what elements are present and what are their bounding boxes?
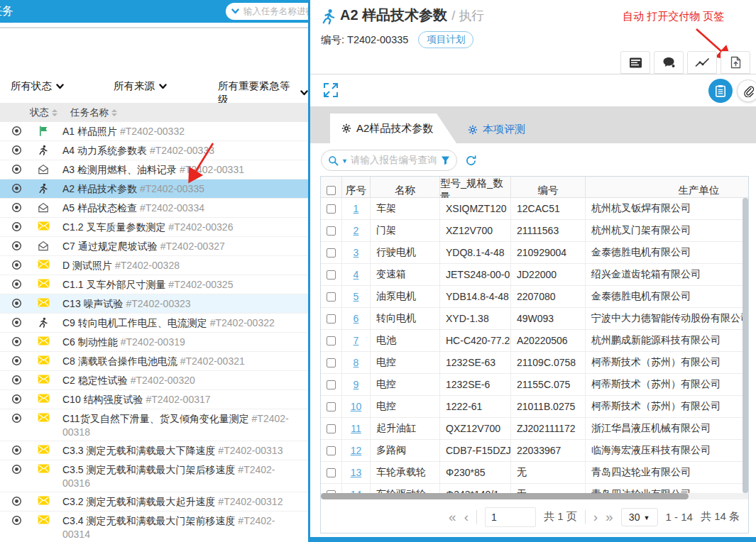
page-size-select[interactable]: 30▼: [621, 508, 658, 526]
file-upload-button[interactable]: [721, 51, 750, 74]
serial-cell: 无: [511, 484, 586, 493]
serial-cell: 22033967: [511, 440, 586, 461]
task-row[interactable]: C3.4 测定无载和满载最大门架前移速度 #T2402-00314: [0, 511, 308, 542]
task-name: D 测试照片: [62, 260, 112, 271]
horizontal-scrollbar[interactable]: [321, 493, 748, 499]
task-row[interactable]: A4 动力系统参数表 #T2402-00333: [0, 141, 308, 160]
report-search-input[interactable]: ▼ 请输入报告编号查询: [321, 150, 457, 171]
sort-icon[interactable]: [111, 109, 117, 116]
task-row[interactable]: C9 转向电机工作电压、电流测定 #T2402-00322: [0, 314, 308, 333]
row-number-link[interactable]: 5: [354, 291, 359, 302]
task-row[interactable]: C13 噪声试验 #T2402-00323: [0, 294, 308, 314]
filter-source-dropdown[interactable]: 所有来源: [114, 79, 167, 93]
task-row[interactable]: C1.2 叉车质量参数测定 #T2402-00326: [0, 218, 308, 237]
row-number-link[interactable]: 10: [351, 401, 362, 412]
select-all-checkbox[interactable]: [327, 186, 336, 195]
row-number-link[interactable]: 9: [354, 379, 359, 390]
task-row[interactable]: C8 满载联合操作电池电流 #T2402-00321: [0, 352, 308, 371]
row-checkbox[interactable]: [327, 248, 336, 258]
task-row[interactable]: A5 样品状态检查 #T2402-00334: [0, 199, 308, 218]
row-checkbox[interactable]: [327, 204, 336, 214]
task-name: A4 动力系统参数表: [62, 145, 147, 156]
task-row[interactable]: C11货叉自然下滑量、货叉倾角变化量测定 #T2402-00318: [0, 409, 308, 441]
task-row[interactable]: C3.3 测定无载和满载最大下降速度 #T2402-00313: [0, 441, 308, 460]
row-checkbox[interactable]: [327, 270, 336, 280]
record-status-icon: [11, 496, 22, 507]
row-checkbox[interactable]: [327, 424, 336, 433]
row-number-link[interactable]: 2: [354, 225, 359, 236]
sort-icon[interactable]: [52, 109, 57, 116]
task-row[interactable]: C1.1 叉车外部尺寸测量 #T2402-00325: [0, 275, 308, 294]
task-row[interactable]: A3 检测用燃料、油料记录 #T2402-00331: [0, 160, 308, 179]
tab-evaluation[interactable]: 本项评测: [468, 123, 525, 136]
row-number-link[interactable]: 6: [354, 313, 359, 324]
task-row[interactable]: C10 结构强度试验 #T2402-00317: [0, 390, 308, 409]
task-code: #T2402-00323: [124, 298, 191, 309]
filter-status-label: 所有状态: [11, 79, 52, 93]
comment-button[interactable]: [654, 51, 684, 74]
deliverable-clipboard-button[interactable]: [708, 79, 733, 103]
row-number-link[interactable]: 11: [351, 423, 361, 434]
search-icon: [328, 155, 339, 166]
row-number-link[interactable]: 7: [354, 335, 359, 346]
row-checkbox[interactable]: [327, 380, 336, 389]
page-number-input[interactable]: 1: [485, 507, 536, 527]
chevron-down-icon: [159, 84, 167, 89]
next-page-button[interactable]: ›: [593, 510, 598, 524]
task-row[interactable]: A2 样品技术参数 #T2402-00335: [0, 179, 308, 199]
serial-cell: 21111563: [511, 220, 586, 241]
column-task-name[interactable]: 任务名称: [70, 106, 117, 119]
row-checkbox[interactable]: [327, 314, 336, 323]
task-search-input[interactable]: 输入任务名称进行搜索: [226, 3, 308, 20]
row-number-link[interactable]: 3: [354, 247, 359, 258]
task-row[interactable]: C3.5 测定无载和满载最大门架后移速度 #T2402-00316: [0, 460, 308, 492]
vertical-scrollbar[interactable]: [743, 198, 748, 493]
divider: [476, 510, 477, 524]
row-number-link[interactable]: 8: [354, 357, 359, 368]
row-checkbox[interactable]: [327, 336, 336, 345]
filter-funnel-icon[interactable]: [441, 155, 450, 165]
refresh-icon[interactable]: [465, 155, 477, 167]
row-number-link[interactable]: 1: [354, 203, 359, 214]
task-label: C9 转向电机工作电压、电流测定 #T2402-00322: [62, 316, 297, 330]
row-number-link[interactable]: 4: [354, 269, 359, 280]
task-row[interactable]: C7 通过规定爬坡试验 #T2402-00327: [0, 237, 308, 256]
manufacturer-cell: 杭州杭叉门架有限公司: [586, 220, 748, 241]
row-checkbox[interactable]: [327, 226, 336, 236]
row-checkbox[interactable]: [327, 402, 336, 411]
row-number-link[interactable]: 13: [351, 467, 362, 478]
task-name: C3.4 测定无载和满载最大门架前移速度: [62, 515, 235, 526]
filter-status-dropdown[interactable]: 所有状态: [11, 79, 64, 93]
row-checkbox[interactable]: [327, 358, 336, 367]
record-status-icon: [11, 279, 22, 289]
task-row[interactable]: C3.2 测定无载和满载最大起升速度 #T2402-00312: [0, 492, 308, 511]
form-button[interactable]: [620, 51, 650, 74]
expand-icon[interactable]: [323, 82, 339, 98]
trend-button[interactable]: [687, 51, 717, 74]
row-checkbox[interactable]: [327, 292, 336, 302]
task-code: #T2402-00335: [137, 183, 204, 194]
tab-sample-tech-params[interactable]: A2样品技术参数: [330, 114, 456, 143]
manufacturer-cell: 青岛四达轮业有限公司: [586, 462, 748, 483]
serial-cell: 21011B.0275: [511, 396, 586, 417]
task-row[interactable]: D 测试照片 #T2402-00328: [0, 256, 308, 275]
task-row[interactable]: C6 制动性能 #T2402-00319: [0, 333, 308, 352]
row-number-link[interactable]: 12: [351, 445, 362, 456]
envelope-yellow-icon: [37, 279, 50, 288]
manufacturer-cell: 金泰德胜电机有限公司: [586, 286, 748, 307]
project-plan-badge[interactable]: 项目计划: [418, 31, 473, 48]
serial-cell: 49W093: [511, 308, 586, 329]
attachment-button[interactable]: [737, 79, 756, 102]
task-row[interactable]: C2 稳定性试验 #T2402-00320: [0, 371, 308, 390]
prev-page-button[interactable]: ‹: [464, 510, 469, 524]
task-label: C1.1 叉车外部尺寸测量 #T2402-00325: [62, 278, 297, 292]
bottom-accent-bar: [310, 537, 756, 542]
last-page-button[interactable]: »: [606, 510, 613, 524]
task-code: #T2402-00317: [143, 394, 211, 405]
row-checkbox[interactable]: [327, 446, 336, 455]
first-page-button[interactable]: «: [449, 510, 456, 524]
row-checkbox[interactable]: [327, 468, 336, 477]
chevron-down-icon: [300, 90, 308, 96]
column-status[interactable]: 状态: [30, 106, 57, 119]
task-row[interactable]: A1 样品照片 #T2402-00332: [0, 122, 308, 141]
